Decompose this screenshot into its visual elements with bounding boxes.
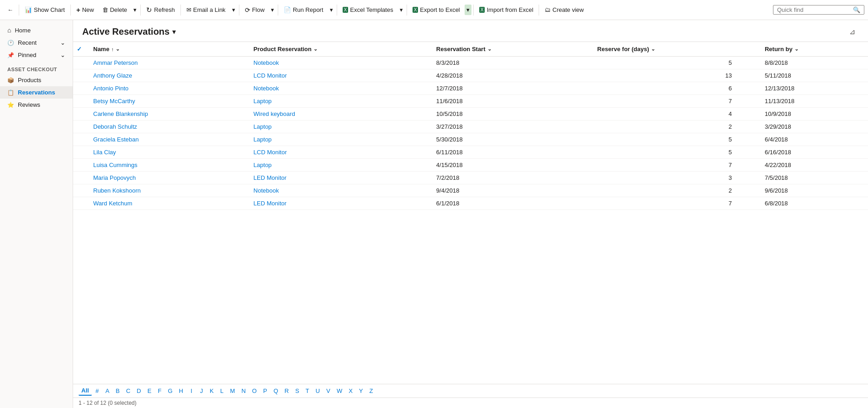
alpha-btn-e[interactable]: E [145, 387, 154, 395]
alpha-btn-g[interactable]: G [165, 387, 175, 395]
run-report-chevron[interactable]: ▾ [328, 5, 335, 15]
alpha-btn-o[interactable]: O [249, 387, 259, 395]
column-header-days[interactable]: Reserve for (days) ⌄ [592, 42, 759, 57]
alpha-btn-n[interactable]: N [238, 387, 248, 395]
row-name-6[interactable]: Graciela Esteban [88, 133, 248, 146]
flow-button[interactable]: ⟳ Flow [241, 5, 268, 16]
row-checkbox-10[interactable] [73, 184, 88, 197]
column-header-product[interactable]: Product Reservation ⌄ [248, 42, 431, 57]
column-header-return[interactable]: Return by ⌄ [759, 42, 868, 57]
alpha-btn-l[interactable]: L [217, 387, 227, 395]
row-checkbox-11[interactable] [73, 197, 88, 210]
alpha-btn-s[interactable]: S [292, 387, 302, 395]
export-excel-button[interactable]: X Export to Excel [409, 5, 464, 15]
row-product-6[interactable]: Laptop [248, 133, 431, 146]
alpha-btn-q[interactable]: Q [271, 387, 281, 395]
alpha-btn-u[interactable]: U [313, 387, 323, 395]
refresh-button[interactable]: ↻ Refresh [143, 4, 179, 16]
import-excel-button[interactable]: X Import from Excel [476, 5, 537, 15]
alpha-btn-v[interactable]: V [323, 387, 333, 395]
quick-find-input[interactable] [777, 6, 850, 13]
sidebar-item-reviews[interactable]: ⭐ Reviews [0, 99, 73, 111]
row-name-8[interactable]: Luisa Cummings [88, 159, 248, 172]
row-product-1[interactable]: LCD Monitor [248, 69, 431, 82]
sidebar-item-home[interactable]: ⌂ Home [0, 24, 73, 37]
delete-button[interactable]: 🗑 Delete [99, 5, 131, 15]
row-product-3[interactable]: Laptop [248, 95, 431, 108]
excel-templates-button[interactable]: X Excel Templates [339, 5, 397, 15]
sidebar-item-reservations[interactable]: 📋 Reservations [0, 86, 73, 99]
row-name-9[interactable]: Maria Popovych [88, 172, 248, 184]
alpha-btn-c[interactable]: C [123, 387, 133, 395]
alpha-btn-r[interactable]: R [282, 387, 291, 395]
alpha-btn-w[interactable]: W [334, 387, 345, 395]
row-product-8[interactable]: Laptop [248, 159, 431, 172]
excel-templates-chevron[interactable]: ▾ [398, 5, 405, 15]
alpha-btn-b[interactable]: B [113, 387, 122, 395]
row-days-6: 5 [592, 133, 759, 146]
row-checkbox-9[interactable] [73, 172, 88, 184]
alpha-btn-#[interactable]: # [93, 387, 102, 395]
row-name-4[interactable]: Carlene Blankenship [88, 108, 248, 120]
toolbar: ← 📊 Show Chart + New 🗑 Delete ▾ ↻ Refres… [0, 0, 868, 20]
delete-chevron[interactable]: ▾ [132, 5, 138, 15]
row-name-7[interactable]: Lila Clay [88, 146, 248, 159]
title-chevron-button[interactable]: ▾ [172, 27, 176, 36]
alpha-btn-a[interactable]: A [103, 387, 112, 395]
alpha-btn-all[interactable]: All [79, 386, 92, 396]
alpha-btn-p[interactable]: P [260, 387, 270, 395]
row-name-10[interactable]: Ruben Kokshoorn [88, 184, 248, 197]
row-name-5[interactable]: Deborah Schultz [88, 120, 248, 133]
row-name-0[interactable]: Ammar Peterson [88, 57, 248, 69]
row-name-1[interactable]: Anthony Glaze [88, 69, 248, 82]
row-checkbox-1[interactable] [73, 69, 88, 82]
row-name-11[interactable]: Ward Ketchum [88, 197, 248, 210]
filter-button[interactable]: ⊿ [846, 26, 859, 38]
row-name-2[interactable]: Antonio Pinto [88, 82, 248, 95]
row-product-9[interactable]: LED Monitor [248, 172, 431, 184]
column-header-start[interactable]: Reservation Start ⌄ [431, 42, 592, 57]
column-header-name[interactable]: Name ↑ ⌄ [88, 42, 248, 57]
email-link-button[interactable]: ✉ Email a Link [183, 5, 229, 15]
row-checkbox-7[interactable] [73, 146, 88, 159]
alpha-btn-k[interactable]: K [207, 387, 217, 395]
row-product-0[interactable]: Notebook [248, 57, 431, 69]
run-report-button[interactable]: 📄 Run Report [280, 5, 327, 15]
alpha-btn-f[interactable]: F [155, 387, 164, 395]
row-product-5[interactable]: Laptop [248, 120, 431, 133]
alpha-btn-m[interactable]: M [228, 387, 238, 395]
alpha-btn-z[interactable]: Z [367, 387, 376, 395]
flow-chevron[interactable]: ▾ [269, 5, 276, 15]
row-checkbox-8[interactable] [73, 159, 88, 172]
table-row: Anthony Glaze LCD Monitor 4/28/2018 13 5… [73, 69, 868, 82]
select-all-header[interactable]: ✓ [73, 42, 88, 57]
row-checkbox-5[interactable] [73, 120, 88, 133]
row-product-10[interactable]: Notebook [248, 184, 431, 197]
alpha-btn-t[interactable]: T [303, 387, 312, 395]
create-view-button[interactable]: 🗂 Create view [541, 5, 587, 15]
row-product-11[interactable]: LED Monitor [248, 197, 431, 210]
row-product-7[interactable]: LCD Monitor [248, 146, 431, 159]
show-chart-button[interactable]: 📊 Show Chart [21, 5, 69, 15]
sidebar-item-recent[interactable]: 🕐 Recent ⌄ [0, 37, 73, 49]
row-checkbox-2[interactable] [73, 82, 88, 95]
row-checkbox-3[interactable] [73, 95, 88, 108]
row-product-4[interactable]: Wired keyboard [248, 108, 431, 120]
export-chevron[interactable]: ▾ [465, 5, 471, 15]
alpha-btn-x[interactable]: X [346, 387, 355, 395]
sidebar-item-pinned[interactable]: 📌 Pinned ⌄ [0, 49, 73, 61]
new-button[interactable]: + New [73, 4, 98, 16]
row-product-2[interactable]: Notebook [248, 82, 431, 95]
alpha-btn-y[interactable]: Y [356, 387, 366, 395]
row-checkbox-4[interactable] [73, 108, 88, 120]
row-checkbox-6[interactable] [73, 133, 88, 146]
email-chevron[interactable]: ▾ [230, 5, 237, 15]
alpha-btn-i[interactable]: I [187, 387, 196, 395]
alpha-btn-h[interactable]: H [176, 387, 186, 395]
back-button[interactable]: ← [4, 5, 17, 15]
sidebar-item-products[interactable]: 📦 Products [0, 74, 73, 86]
alpha-btn-d[interactable]: D [134, 387, 143, 395]
row-checkbox-0[interactable] [73, 57, 88, 69]
row-name-3[interactable]: Betsy McCarthy [88, 95, 248, 108]
alpha-btn-j[interactable]: J [197, 387, 206, 395]
